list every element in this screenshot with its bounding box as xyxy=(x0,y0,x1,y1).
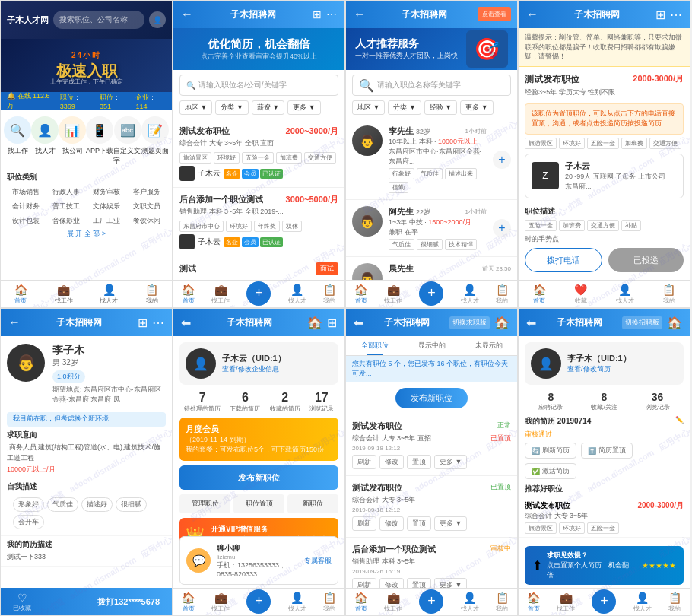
action-top-2[interactable]: 置顶 xyxy=(407,516,431,531)
filter-area-3[interactable]: 地区 ▼ xyxy=(352,100,385,115)
collect-heart-icon[interactable]: ♡ xyxy=(17,592,27,604)
action-refresh[interactable]: 刷新 xyxy=(352,455,376,469)
filter-category[interactable]: 分类 ▼ xyxy=(215,100,248,115)
share-icon[interactable]: ⊞ xyxy=(655,8,665,22)
job-card-3[interactable]: 测试 面试 xyxy=(173,256,344,282)
nav-me-7[interactable]: 📋 我的 xyxy=(496,592,509,613)
back-icon-8[interactable]: ⬅ xyxy=(526,316,536,330)
more-icon-5[interactable]: ⋯ xyxy=(152,316,164,330)
nav-job-2[interactable]: 💼 找工作 xyxy=(211,284,230,305)
chat-box[interactable]: 💬 聊小聊 lizizmu 手机：13256353333，0835-820333… xyxy=(179,536,338,585)
action-top[interactable]: 置顶 xyxy=(407,455,431,469)
candidate-2[interactable]: 👨 阿先生 22岁 1小时前 1~3年 中技 · 1500~2000/月 兼职 … xyxy=(346,200,517,257)
job-card-2[interactable]: 后台添加一个职位测试 销售助理 本科 3~5年 全职 2019-... 3000… xyxy=(173,188,344,256)
back-icon-7[interactable]: ⬅ xyxy=(354,316,363,330)
filter-cat-3[interactable]: 分类 ▼ xyxy=(388,100,421,115)
icon-custom[interactable]: 🔤 自定义文字 xyxy=(113,116,141,166)
cta-button[interactable]: 点击查看 xyxy=(478,7,511,21)
upgrade-banner[interactable]: ⬆ 求职见效慢？ 点击置顶个人简历，机会翻倍！ ★★★★★ xyxy=(525,546,684,585)
nav-talent-6[interactable]: 👤 找人才 xyxy=(288,592,306,613)
filter-area[interactable]: 地区 ▼ xyxy=(179,100,212,115)
nav-plus-7[interactable]: + xyxy=(419,589,443,615)
grid-icon[interactable]: ⊞ xyxy=(313,8,322,21)
candidate-1[interactable]: 👨 李先生 32岁 1小时前 10年以上 本科 · 10000元以上 东昌府区市… xyxy=(346,119,517,200)
action-edit[interactable]: 修改 xyxy=(379,455,404,469)
action-edit-2[interactable]: 修改 xyxy=(379,516,404,531)
add-candidate-btn-2[interactable]: + xyxy=(493,219,511,237)
nav-home-2[interactable]: 🏠 首页 xyxy=(182,284,195,305)
cat-item[interactable]: 普工技工 xyxy=(47,200,86,213)
edit-icon-8[interactable]: ✏️ xyxy=(675,416,684,427)
filter-exp-3[interactable]: 经验 ▼ xyxy=(424,100,457,115)
nav-me-2[interactable]: 📋 我的 xyxy=(323,284,336,305)
resume-banner[interactable]: 优化简历，机会翻倍 点击完善企业查看审审会提升40%以上 xyxy=(173,28,344,70)
cat-item[interactable]: 客户服务 xyxy=(127,186,166,198)
filter-more[interactable]: 更多 ▼ xyxy=(287,100,320,115)
talent-search[interactable]: 🔍 请输入职位名称等关键字 xyxy=(352,75,511,96)
icon-find-talent[interactable]: 👤 找人才 xyxy=(31,116,59,166)
back-icon[interactable]: ← xyxy=(181,8,193,21)
cat-item[interactable]: 设计包装 xyxy=(7,214,46,227)
job-search-bar[interactable]: 🔍 请输入职位名/公司/关键字 xyxy=(179,75,338,96)
home-icon-8[interactable]: 🏠 xyxy=(667,316,682,330)
add-job-btn[interactable]: 新职位 xyxy=(287,494,338,513)
switch-mode-icon[interactable]: 切换求职版 xyxy=(449,316,490,329)
nav-home-8[interactable]: 🏠 首页 xyxy=(527,592,540,613)
rec-job-1[interactable]: 测试发布职位 2000-3000/月 综合会计 大专 3~5年 旅游景区 环境好… xyxy=(519,497,690,538)
activate-resume-btn[interactable]: ✅ 激活简历 xyxy=(525,463,576,479)
icon-find-company[interactable]: 📊 找公司 xyxy=(59,116,86,166)
nav-find-talent[interactable]: 👤 找人才 xyxy=(100,284,118,305)
more-icon-4[interactable]: ⋯ xyxy=(670,8,682,22)
nav-talent-8[interactable]: 👤 找人才 xyxy=(633,592,652,613)
nav-job-8[interactable]: 💼 找工作 xyxy=(557,592,575,613)
employer-sub[interactable]: 查看/修改企业信息 xyxy=(222,364,332,374)
action-more[interactable]: 更多 ▼ xyxy=(434,455,467,469)
back-icon-5[interactable]: ← xyxy=(8,316,21,329)
icon-quiz[interactable]: 📝 测题页面 xyxy=(141,116,169,166)
nav-home-6[interactable]: 🏠 首页 xyxy=(182,592,195,613)
expand-categories[interactable]: 展 开 全 部 > xyxy=(7,227,166,240)
apply-button[interactable]: 已投递 xyxy=(608,248,684,272)
more-icon[interactable]: ⋯ xyxy=(326,8,337,21)
action-more-2[interactable]: 更多 ▼ xyxy=(434,516,467,531)
cat-item[interactable]: 餐饮休闲 xyxy=(127,214,166,227)
nav-me-8[interactable]: 📋 我的 xyxy=(668,592,681,613)
nav-home-3[interactable]: 🏠 首页 xyxy=(354,284,367,305)
history-btn[interactable]: 职位置顶 xyxy=(233,494,284,513)
nav-talent-2[interactable]: 👤 找人才 xyxy=(288,284,306,305)
nav-talent-4[interactable]: 👤 找人才 xyxy=(616,284,634,305)
search-bar[interactable]: 搜索职位、公司名称 xyxy=(53,11,144,29)
cat-item[interactable]: 工厂工业 xyxy=(87,214,126,227)
refresh-resume-btn[interactable]: 🔄 刷新简历 xyxy=(525,443,576,459)
user-avatar[interactable]: 👤 xyxy=(149,11,166,28)
nav-me-4[interactable]: 📋 我的 xyxy=(662,284,675,305)
job-card-1[interactable]: 测试发布职位 综合会计 大专 3~5年 全职 直面 2000~3000/月 旅游… xyxy=(173,119,344,188)
cat-item[interactable]: 音像影业 xyxy=(47,214,86,227)
nav-job-6[interactable]: 💼 找工作 xyxy=(211,592,230,613)
nav-talent-7[interactable]: 👤 找人才 xyxy=(461,592,479,613)
back-icon-4[interactable]: ← xyxy=(526,8,538,21)
cat-item[interactable]: 会计财务 xyxy=(7,200,46,213)
nav-collect-4[interactable]: ❤️ 收藏 xyxy=(574,284,587,305)
icon-app-download[interactable]: 📱 APP下载 xyxy=(86,116,113,166)
add-candidate-btn[interactable]: + xyxy=(493,151,511,169)
back-icon-3[interactable]: ← xyxy=(354,8,366,21)
action-refresh-2[interactable]: 刷新 xyxy=(352,516,376,531)
tab-all-jobs[interactable]: 全部职位 xyxy=(346,336,403,355)
nav-find-job[interactable]: 💼 找工作 xyxy=(55,284,73,305)
top-resume-btn[interactable]: ⬆️ 简历置顶 xyxy=(581,443,633,459)
nav-me-3[interactable]: 📋 我的 xyxy=(496,284,509,305)
nav-plus-6[interactable]: + xyxy=(246,589,271,615)
nav-me-6[interactable]: 📋 我的 xyxy=(323,592,336,613)
home-btn-6[interactable]: 🏠 xyxy=(307,316,322,330)
grid-icon-5[interactable]: ⊞ xyxy=(138,316,148,330)
filter-more-3[interactable]: 更多 ▼ xyxy=(460,100,493,115)
nav-job-7[interactable]: 💼 找工作 xyxy=(384,592,402,613)
filter-salary[interactable]: 薪资 ▼ xyxy=(252,100,284,115)
cat-item[interactable]: 文职文员 xyxy=(127,200,166,213)
switch-mode-icon-8[interactable]: 切换招聘版 xyxy=(622,316,662,329)
nav-home-4[interactable]: 🏠 首页 xyxy=(533,284,546,305)
nav-plus-8[interactable]: + xyxy=(592,589,616,615)
call-phone-button[interactable]: 拨打132****5678 xyxy=(97,596,160,608)
tab-inactive-jobs[interactable]: 未显示的 xyxy=(460,336,517,355)
